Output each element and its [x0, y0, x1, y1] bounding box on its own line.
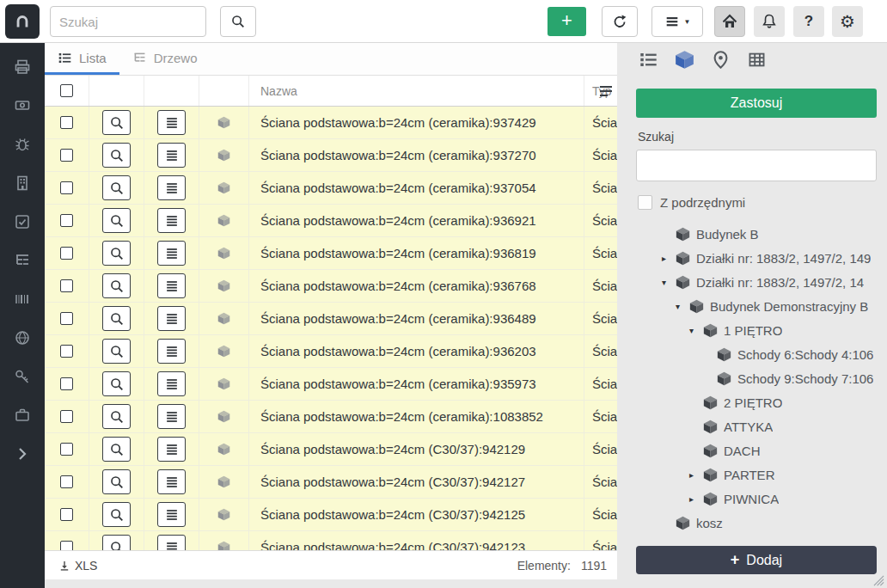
row-inspect-button[interactable] [102, 241, 131, 266]
tab-table-view[interactable] [747, 50, 767, 70]
row-menu-button[interactable] [157, 404, 186, 429]
tree-item[interactable]: ▾ Budynek Demonstracyjny B [636, 294, 877, 318]
tree-item[interactable]: ▾ 1 PIĘTRO [636, 318, 877, 342]
sidebar-item-buildings[interactable] [9, 170, 35, 196]
row-menu-button[interactable] [157, 110, 186, 135]
resize-handle[interactable] [873, 574, 884, 585]
row-inspect-button[interactable] [102, 437, 131, 462]
row-inspect-button[interactable] [102, 143, 131, 168]
row-inspect-button[interactable] [102, 306, 131, 331]
row-menu-button[interactable] [157, 306, 186, 331]
row-menu-button[interactable] [157, 339, 186, 364]
row-checkbox[interactable] [60, 247, 73, 260]
tree-expander-icon[interactable]: ▸ [689, 494, 703, 504]
table-row[interactable]: Ściana podstawowa:b=24cm (ceramika):9362… [45, 335, 617, 368]
table-row[interactable]: Ściana podstawowa:b=24cm (ceramika):9364… [45, 303, 617, 335]
row-inspect-button[interactable] [102, 502, 131, 527]
tree-expander-icon[interactable]: ▸ [689, 470, 703, 480]
help-button[interactable]: ? [793, 6, 824, 37]
sidebar-item-globe[interactable] [9, 325, 35, 351]
tree-item[interactable]: Schody 9:Schody 7:106 [636, 366, 877, 390]
sidebar-expand-button[interactable] [9, 441, 35, 467]
table-row[interactable]: Ściana podstawowa:b=24cm (ceramika):1083… [45, 401, 617, 433]
tab-lista[interactable]: Lista [45, 43, 119, 75]
tree-item[interactable]: ATTYKA [636, 414, 877, 438]
tree-item[interactable]: ▾ Działki nr: 1883/2, 1497/2, 14 [636, 270, 877, 294]
row-checkbox[interactable] [60, 149, 73, 162]
tree-expander-icon[interactable]: ▾ [662, 278, 676, 287]
row-menu-button[interactable] [157, 535, 186, 550]
dodaj-button[interactable]: + Dodaj [636, 546, 877, 574]
table-row[interactable]: Ściana podstawowa:b=24cm (C30/37):942125… [45, 499, 617, 531]
home-button[interactable] [714, 6, 745, 37]
row-checkbox[interactable] [60, 475, 73, 488]
sidebar-item-hierarchy[interactable] [9, 248, 35, 273]
row-checkbox[interactable] [60, 410, 73, 423]
row-inspect-button[interactable] [102, 469, 131, 494]
table-row[interactable]: Ściana podstawowa:b=24cm (C30/37):942129… [45, 433, 617, 466]
sidebar-item-payments[interactable] [9, 93, 35, 119]
tree-item[interactable]: DACH [636, 438, 877, 462]
table-row[interactable]: Ściana podstawowa:b=24cm (ceramika):9372… [45, 139, 617, 172]
refresh-button[interactable] [602, 6, 638, 37]
table-row[interactable]: Ściana podstawowa:b=24cm (C30/37):942127… [45, 466, 617, 499]
main-menu-button[interactable]: ▼ [651, 6, 703, 37]
add-button[interactable]: + [547, 7, 586, 36]
row-menu-button[interactable] [157, 175, 186, 200]
row-menu-button[interactable] [157, 241, 186, 266]
notifications-button[interactable] [754, 6, 785, 37]
row-inspect-button[interactable] [102, 208, 131, 233]
settings-button[interactable]: ⚙ [832, 6, 863, 37]
global-search-input[interactable] [50, 6, 206, 37]
tree-item[interactable]: ▸ PIWNICA [636, 487, 877, 511]
tree-item[interactable]: ▸ Działki nr: 1883/2, 1497/2, 149 [636, 246, 877, 270]
row-menu-button[interactable] [157, 208, 186, 233]
row-checkbox[interactable] [60, 443, 73, 456]
row-menu-button[interactable] [157, 469, 186, 494]
row-menu-button[interactable] [157, 502, 186, 527]
row-menu-button[interactable] [157, 273, 186, 298]
table-row[interactable]: Ściana podstawowa:b=24cm (ceramika):9369… [45, 205, 617, 237]
table-row[interactable]: Ściana podstawowa:b=24cm (ceramika):9374… [45, 107, 617, 139]
row-menu-button[interactable] [157, 371, 186, 396]
row-checkbox[interactable] [60, 377, 73, 390]
tree-expander-icon[interactable]: ▾ [676, 302, 689, 311]
table-row[interactable]: Ściana podstawowa:b=24cm (ceramika):9370… [45, 172, 617, 205]
table-row[interactable]: Ściana podstawowa:b=24cm (ceramika):9368… [45, 237, 617, 270]
row-menu-button[interactable] [157, 437, 186, 462]
row-checkbox[interactable] [60, 541, 73, 550]
row-menu-button[interactable] [157, 143, 186, 168]
tab-drzewo[interactable]: Drzewo [119, 43, 211, 75]
global-search-button[interactable] [220, 6, 256, 37]
sidebar-item-keys[interactable] [9, 364, 35, 389]
row-inspect-button[interactable] [102, 535, 131, 550]
row-inspect-button[interactable] [102, 273, 131, 298]
tab-model-tree[interactable] [675, 50, 694, 70]
tab-list-view[interactable] [639, 50, 658, 70]
tree-expander-icon[interactable]: ▸ [662, 254, 676, 263]
apply-button[interactable]: Zastosuj [636, 89, 877, 118]
tree-item[interactable]: kosz [636, 511, 877, 535]
row-inspect-button[interactable] [102, 371, 131, 396]
row-checkbox[interactable] [60, 279, 73, 292]
row-checkbox[interactable] [60, 116, 73, 129]
tree-item[interactable]: 2 PIĘTRO [636, 390, 877, 414]
filter-search-input[interactable] [636, 150, 877, 181]
tree-item[interactable]: ▸ PARTER [636, 462, 877, 487]
tab-location[interactable] [711, 50, 731, 70]
row-checkbox[interactable] [60, 312, 73, 325]
with-children-checkbox[interactable] [638, 195, 652, 210]
row-inspect-button[interactable] [102, 339, 131, 364]
column-header-nazwa[interactable]: Nazwa [249, 76, 584, 106]
row-checkbox[interactable] [60, 508, 73, 521]
row-inspect-button[interactable] [102, 175, 131, 200]
table-menu-button[interactable] [597, 83, 615, 100]
table-row[interactable]: Ściana podstawowa:b=24cm (ceramika):9359… [45, 368, 617, 401]
row-checkbox[interactable] [60, 214, 73, 227]
row-inspect-button[interactable] [102, 110, 131, 135]
export-xls-button[interactable]: XLS [58, 559, 97, 573]
sidebar-item-tasks[interactable] [9, 209, 35, 235]
select-all-checkbox[interactable] [60, 84, 73, 97]
tree-item[interactable]: Budynek B [636, 222, 877, 246]
row-checkbox[interactable] [60, 181, 73, 194]
